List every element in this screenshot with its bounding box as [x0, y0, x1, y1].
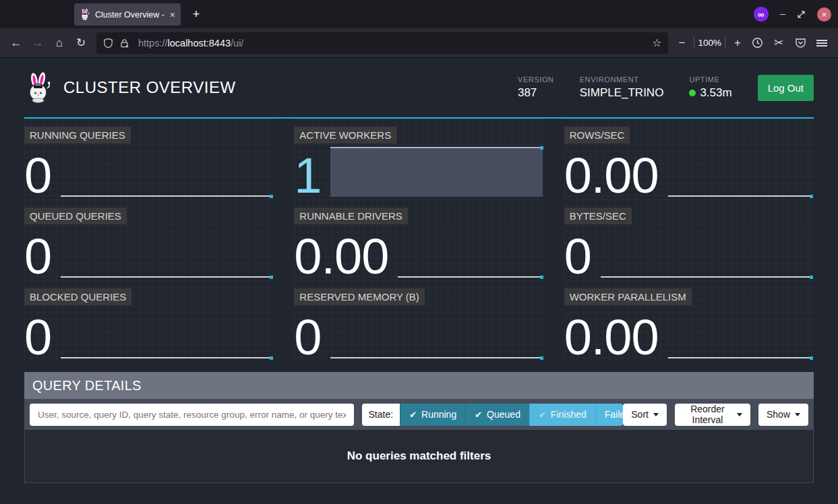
menu-hamburger-icon[interactable] [811, 32, 833, 54]
stat-tiles: RUNNING QUERIES 0 ACTIVE WORKERS 1 ROWS/… [24, 119, 814, 361]
version-label: VERSION [518, 75, 554, 84]
sparkline-end-dot [270, 276, 273, 279]
window-restore-button[interactable] [797, 10, 806, 19]
page-header: CLUSTER OVERVIEW VERSION 387 ENVIRONMENT… [24, 58, 814, 119]
browser-toolbar: ← → ⌂ ↻ https://localhost:8443/ui/ ☆ − 1… [0, 28, 838, 58]
show-dropdown[interactable]: Show [758, 404, 808, 426]
screenshot-scissors-icon[interactable]: ✂ [768, 32, 789, 54]
sparkline-end-dot [270, 356, 273, 360]
state-button-queued[interactable]: ✔ Queued [465, 404, 529, 426]
sparkline [330, 309, 542, 358]
url-bar[interactable]: https://localhost:8443/ui/ ☆ [96, 32, 668, 54]
uptime-metric: UPTIME 3.53m [689, 75, 731, 100]
back-icon[interactable]: ← [5, 32, 27, 54]
tile-label: ROWS/SEC [564, 127, 630, 144]
tile-value: 0 [24, 317, 51, 358]
page-title: CLUSTER OVERVIEW [63, 78, 236, 97]
sparkline-end-dot [270, 195, 273, 198]
state-filter-group: State: ✔ Running ✔ Queued ✔ Finished Fai… [362, 404, 624, 426]
tile-value: 0 [294, 317, 321, 358]
lock-warning-icon[interactable] [119, 38, 129, 49]
bookmark-star-icon[interactable]: ☆ [652, 36, 661, 49]
sparkline [61, 228, 272, 278]
tile-label: BYTES/SEC [564, 208, 632, 224]
window-close-button[interactable]: × [817, 7, 831, 22]
logout-button[interactable]: Log Out [758, 75, 814, 101]
tile-label: RUNNABLE DRIVERS [294, 208, 408, 224]
tile-label: QUEUED QUERIES [24, 208, 127, 224]
url-text: https://localhost:8443/ui/ [138, 38, 243, 49]
check-icon: ✔ [539, 410, 546, 420]
tile-value: 0 [564, 237, 591, 278]
sparkline [668, 147, 812, 197]
tile-value: 0 [24, 237, 51, 278]
url-host: localhost:8443 [168, 38, 231, 49]
window-minimize-button[interactable]: – [780, 8, 785, 18]
shield-icon[interactable] [103, 38, 113, 49]
zoom-in-icon[interactable]: + [729, 32, 746, 54]
environment-metric: ENVIRONMENT SIMPLE_TRINO [580, 75, 664, 100]
uptime-value: 3.53m [700, 86, 731, 100]
state-button-failed[interactable]: Failed [595, 404, 624, 426]
browser-titlebar: Cluster Overview - Trino × + ∞ – × [0, 0, 838, 28]
extension-mask-icon[interactable]: ∞ [754, 7, 769, 22]
tab-close-icon[interactable]: × [170, 10, 175, 20]
tile-queued-queries: QUEUED QUERIES 0 [24, 199, 274, 280]
trino-bunny-logo [24, 72, 53, 103]
tile-label: WORKER PARALLELISM [564, 288, 692, 305]
pocket-icon[interactable] [789, 32, 811, 54]
state-filter-label: State: [362, 404, 400, 426]
sparkline [398, 228, 542, 278]
sort-dropdown[interactable]: Sort [623, 404, 667, 426]
environment-label: ENVIRONMENT [580, 75, 664, 84]
forward-icon[interactable]: → [27, 32, 49, 54]
sparkline-end-dot [810, 356, 813, 360]
tile-label: BLOCKED QUERIES [24, 288, 131, 305]
version-metric: VERSION 387 [518, 75, 554, 100]
sparkline [61, 147, 272, 197]
sparkline-end-dot [540, 356, 543, 360]
sparkline [668, 309, 812, 358]
tile-blocked-queries: BLOCKED QUERIES 0 [24, 280, 274, 361]
divider [725, 37, 725, 49]
trino-favicon [80, 9, 90, 20]
check-icon: ✔ [409, 410, 417, 420]
query-details-header: QUERY DETAILS [24, 372, 814, 399]
empty-message: No queries matched filters [347, 449, 491, 463]
environment-value: SIMPLE_TRINO [580, 86, 664, 100]
browser-tab[interactable]: Cluster Overview - Trino × [74, 3, 181, 26]
tile-label: RUNNING QUERIES [24, 127, 131, 144]
query-list-empty-panel: No queries matched filters [24, 430, 814, 483]
url-scheme: https:// [138, 38, 168, 49]
tile-value: 1 [294, 156, 321, 197]
tile-worker-parallelism: WORKER PARALLELISM 0.00 [564, 280, 814, 361]
version-value: 387 [518, 86, 554, 100]
zoom-out-icon[interactable]: − [673, 32, 690, 54]
sparkline-end-dot [540, 146, 543, 150]
sparkline [61, 309, 272, 358]
history-clock-icon[interactable] [746, 32, 768, 54]
tile-value: 0 [24, 156, 51, 197]
uptime-label: UPTIME [689, 75, 731, 84]
chevron-down-icon [737, 413, 742, 416]
query-filter-bar: State: ✔ Running ✔ Queued ✔ Finished Fai… [24, 399, 814, 430]
chevron-down-icon [653, 413, 659, 416]
reorder-interval-dropdown[interactable]: Reorder Interval [675, 404, 750, 426]
sparkline-end-dot [810, 276, 813, 279]
query-search-input[interactable] [30, 404, 354, 426]
uptime-status-dot [689, 90, 696, 96]
zoom-level[interactable]: 100% [698, 38, 721, 48]
tile-label: RESERVED MEMORY (B) [294, 288, 425, 305]
state-button-running[interactable]: ✔ Running [400, 404, 465, 426]
home-icon[interactable]: ⌂ [49, 32, 70, 54]
tile-active-workers: ACTIVE WORKERS 1 [294, 119, 543, 199]
reload-icon[interactable]: ↻ [70, 32, 92, 54]
tile-value: 0.00 [564, 156, 659, 197]
sparkline-end-dot [810, 195, 813, 198]
chevron-down-icon [795, 413, 800, 416]
trino-page: CLUSTER OVERVIEW VERSION 387 ENVIRONMENT… [0, 58, 838, 504]
new-tab-button[interactable]: + [187, 6, 205, 24]
tile-running-queries: RUNNING QUERIES 0 [24, 119, 274, 199]
state-button-finished[interactable]: ✔ Finished [529, 404, 595, 426]
tile-value: 0.00 [564, 317, 659, 358]
